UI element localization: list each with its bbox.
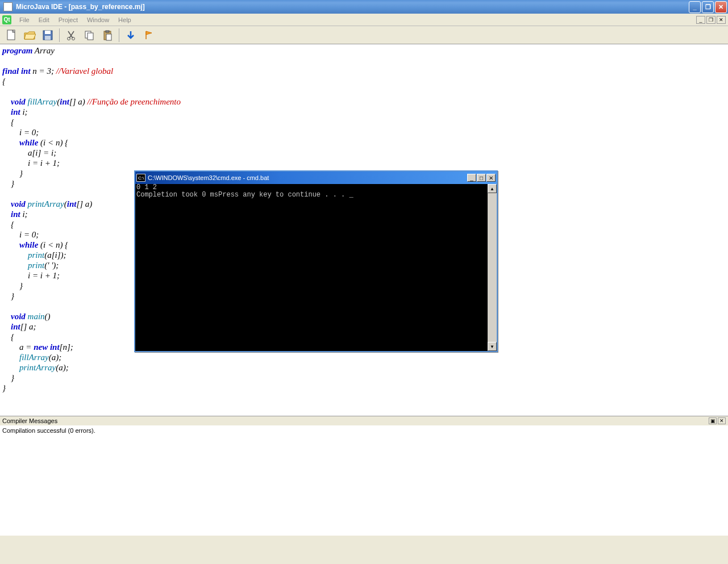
build-button[interactable] (123, 27, 139, 43)
console-minimize-button[interactable]: _ (467, 174, 476, 182)
toolbar-separator-2 (119, 28, 119, 42)
compiler-messages[interactable]: Compilation successful (0 errors). (0, 426, 728, 535)
console-scroll-down[interactable]: ▼ (488, 342, 497, 351)
svg-point-5 (72, 37, 75, 40)
minimize-button[interactable]: _ (689, 1, 701, 13)
save-file-button[interactable] (40, 27, 56, 43)
console-maximize-button[interactable]: □ (477, 174, 486, 182)
menu-window[interactable]: Window (82, 15, 114, 24)
console-line-2: Completion took 0 msPress any key to con… (136, 191, 353, 199)
cut-icon (65, 30, 77, 41)
paste-icon (102, 30, 113, 41)
window-title: MicroJava IDE - [pass_by_reference.mj] (15, 3, 688, 11)
close-button[interactable]: ✕ (715, 1, 727, 13)
console-scroll-track[interactable] (488, 193, 497, 342)
svg-rect-10 (106, 34, 111, 40)
console-line-1: 0 1 2 (136, 183, 157, 191)
toolbar (0, 26, 728, 44)
new-file-icon (6, 29, 17, 41)
app-icon (3, 2, 13, 11)
cut-button[interactable] (63, 27, 79, 43)
open-file-button[interactable] (22, 27, 38, 43)
menubar: Qt File Edit Project Window Help _ ❐ ✕ (0, 14, 728, 26)
copy-icon (84, 30, 95, 41)
console-window[interactable]: C:\ C:\WINDOWS\system32\cmd.exe - cmd.ba… (134, 170, 498, 352)
mdi-close-button[interactable]: ✕ (717, 16, 726, 24)
compiler-panel-dock-button[interactable]: ▣ (709, 417, 717, 424)
mdi-restore-button[interactable]: ❐ (706, 16, 715, 24)
menu-help[interactable]: Help (114, 15, 136, 24)
statusbar (0, 535, 728, 551)
svg-rect-7 (88, 33, 93, 40)
svg-rect-2 (45, 31, 51, 34)
run-button[interactable] (141, 27, 157, 43)
build-down-icon (125, 30, 136, 41)
console-icon: C:\ (136, 174, 145, 182)
console-scroll-up[interactable]: ▲ (488, 184, 497, 193)
save-file-icon (42, 30, 53, 41)
toolbar-separator (59, 28, 60, 42)
mdi-minimize-button[interactable]: _ (696, 16, 705, 24)
compiler-panel-title: Compiler Messages (2, 417, 57, 424)
compiler-message-text: Compilation successful (0 errors). (2, 427, 95, 434)
compiler-panel-close-button[interactable]: ✕ (718, 417, 726, 424)
svg-point-4 (68, 37, 70, 40)
menu-edit[interactable]: Edit (34, 15, 54, 24)
new-file-button[interactable] (3, 27, 19, 43)
console-close-button[interactable]: ✕ (486, 174, 496, 182)
compiler-panel-header: Compiler Messages ▣ ✕ (0, 416, 728, 426)
svg-rect-9 (106, 31, 109, 32)
menu-file[interactable]: File (15, 15, 34, 24)
console-scrollbar[interactable]: ▲ ▼ (488, 184, 497, 351)
console-titlebar[interactable]: C:\ C:\WINDOWS\system32\cmd.exe - cmd.ba… (135, 172, 497, 184)
maximize-button[interactable]: ❐ (702, 1, 714, 13)
open-file-icon (23, 30, 36, 41)
menu-project[interactable]: Project (54, 15, 82, 24)
svg-rect-3 (45, 36, 51, 40)
console-output[interactable]: 0 1 2 Completion took 0 msPress any key … (135, 184, 488, 351)
console-title: C:\WINDOWS\system32\cmd.exe - cmd.bat (148, 174, 269, 181)
qt-icon: Qt (2, 15, 11, 24)
paste-button[interactable] (99, 27, 115, 43)
copy-button[interactable] (81, 27, 97, 43)
run-flag-icon (143, 30, 155, 41)
titlebar[interactable]: MicroJava IDE - [pass_by_reference.mj] _… (0, 0, 728, 14)
